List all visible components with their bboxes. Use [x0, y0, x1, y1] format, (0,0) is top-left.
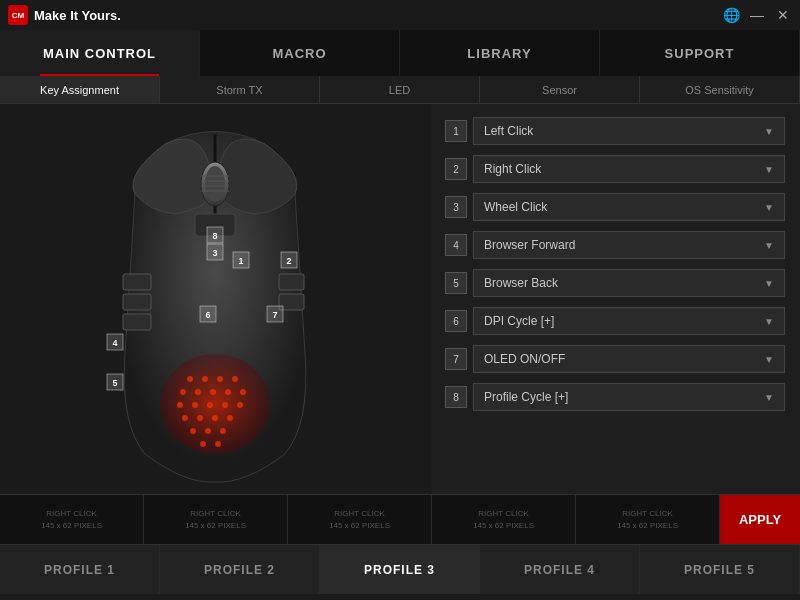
svg-point-23 — [177, 402, 183, 408]
chevron-down-icon: ▼ — [764, 240, 774, 251]
svg-point-17 — [232, 376, 238, 382]
svg-point-15 — [202, 376, 208, 382]
subtab-led[interactable]: LED — [320, 76, 480, 103]
svg-point-16 — [217, 376, 223, 382]
key-row-8: 8 Profile Cycle [+] ▼ — [445, 380, 785, 414]
svg-point-21 — [225, 389, 231, 395]
svg-text:5: 5 — [112, 378, 117, 388]
svg-point-35 — [200, 441, 206, 447]
window-controls: 🌐 — ✕ — [722, 7, 792, 23]
svg-point-19 — [195, 389, 201, 395]
tab-support[interactable]: SUPPORT — [600, 30, 800, 76]
svg-point-14 — [187, 376, 193, 382]
profile-slot-4[interactable]: RIGHT CLICK 145 x 62 PIXELS — [432, 495, 576, 544]
key-dropdown-1[interactable]: Left Click ▼ — [473, 117, 785, 145]
tab-library[interactable]: LIBRARY — [400, 30, 600, 76]
profile-slot-2[interactable]: RIGHT CLICK 145 x 62 PIXELS — [144, 495, 288, 544]
key-num-8: 8 — [445, 386, 467, 408]
content-area: 1 2 3 4 5 6 7 — [0, 104, 800, 494]
svg-point-20 — [210, 389, 216, 395]
key-num-4: 4 — [445, 234, 467, 256]
svg-text:3: 3 — [212, 248, 217, 258]
brand-title: Make It Yours. — [34, 8, 121, 23]
key-dropdown-6[interactable]: DPI Cycle [+] ▼ — [473, 307, 785, 335]
svg-text:7: 7 — [272, 310, 277, 320]
svg-rect-9 — [123, 294, 151, 310]
key-row-4: 4 Browser Forward ▼ — [445, 228, 785, 262]
title-bar: CM Make It Yours. 🌐 — ✕ — [0, 0, 800, 30]
key-num-6: 6 — [445, 310, 467, 332]
chevron-down-icon: ▼ — [764, 316, 774, 327]
svg-point-29 — [197, 415, 203, 421]
key-row-3: 3 Wheel Click ▼ — [445, 190, 785, 224]
profile-slot-1[interactable]: RIGHT CLICK 145 x 62 PIXELS — [0, 495, 144, 544]
chevron-down-icon: ▼ — [764, 202, 774, 213]
svg-text:1: 1 — [238, 256, 243, 266]
tab-main-control[interactable]: MAIN CONTROL — [0, 30, 200, 76]
svg-text:4: 4 — [112, 338, 117, 348]
main-nav: MAIN CONTROL MACRO LIBRARY SUPPORT — [0, 30, 800, 76]
sub-nav: Key Assignment Storm TX LED Sensor OS Se… — [0, 76, 800, 104]
svg-point-25 — [207, 402, 213, 408]
key-dropdown-5[interactable]: Browser Back ▼ — [473, 269, 785, 297]
svg-rect-8 — [123, 274, 151, 290]
chevron-down-icon: ▼ — [764, 126, 774, 137]
key-row-1: 1 Left Click ▼ — [445, 114, 785, 148]
svg-point-34 — [220, 428, 226, 434]
key-dropdown-8[interactable]: Profile Cycle [+] ▼ — [473, 383, 785, 411]
svg-point-30 — [212, 415, 218, 421]
svg-point-13 — [160, 354, 270, 454]
key-num-2: 2 — [445, 158, 467, 180]
bottom-bar: RIGHT CLICK 145 x 62 PIXELS RIGHT CLICK … — [0, 494, 800, 594]
svg-point-36 — [215, 441, 221, 447]
svg-point-26 — [222, 402, 228, 408]
profile-5-button[interactable]: PROFILE 5 — [640, 545, 800, 594]
key-num-7: 7 — [445, 348, 467, 370]
chevron-down-icon: ▼ — [764, 278, 774, 289]
key-row-7: 7 OLED ON/OFF ▼ — [445, 342, 785, 376]
profiles-bottom: PROFILE 1 PROFILE 2 PROFILE 3 PROFILE 4 … — [0, 544, 800, 594]
svg-text:6: 6 — [205, 310, 210, 320]
profile-slot-5[interactable]: RIGHT CLICK 145 x 62 PIXELS — [576, 495, 720, 544]
chevron-down-icon: ▼ — [764, 392, 774, 403]
subtab-key-assignment[interactable]: Key Assignment — [0, 76, 160, 103]
minimize-button[interactable]: — — [748, 7, 766, 23]
key-num-3: 3 — [445, 196, 467, 218]
chevron-down-icon: ▼ — [764, 164, 774, 175]
key-dropdown-2[interactable]: Right Click ▼ — [473, 155, 785, 183]
key-row-6: 6 DPI Cycle [+] ▼ — [445, 304, 785, 338]
svg-rect-10 — [123, 314, 151, 330]
chevron-down-icon: ▼ — [764, 354, 774, 365]
subtab-sensor[interactable]: Sensor — [480, 76, 640, 103]
svg-point-28 — [182, 415, 188, 421]
svg-point-24 — [192, 402, 198, 408]
brand-logo: CM — [8, 5, 28, 25]
svg-point-33 — [205, 428, 211, 434]
apply-button[interactable]: APPLY — [720, 495, 800, 544]
svg-point-18 — [180, 389, 186, 395]
profile-4-button[interactable]: PROFILE 4 — [480, 545, 640, 594]
close-button[interactable]: ✕ — [774, 7, 792, 23]
key-row-5: 5 Browser Back ▼ — [445, 266, 785, 300]
profile-slot-3[interactable]: RIGHT CLICK 145 x 62 PIXELS — [288, 495, 432, 544]
profiles-top: RIGHT CLICK 145 x 62 PIXELS RIGHT CLICK … — [0, 494, 800, 544]
profile-1-button[interactable]: PROFILE 1 — [0, 545, 160, 594]
subtab-os-sensitivity[interactable]: OS Sensitivity — [640, 76, 800, 103]
svg-rect-11 — [279, 274, 304, 290]
key-num-5: 5 — [445, 272, 467, 294]
profile-2-button[interactable]: PROFILE 2 — [160, 545, 320, 594]
key-dropdown-7[interactable]: OLED ON/OFF ▼ — [473, 345, 785, 373]
subtab-storm-tx[interactable]: Storm TX — [160, 76, 320, 103]
svg-point-32 — [190, 428, 196, 434]
svg-point-22 — [240, 389, 246, 395]
globe-icon[interactable]: 🌐 — [722, 7, 740, 23]
key-dropdown-4[interactable]: Browser Forward ▼ — [473, 231, 785, 259]
svg-point-27 — [237, 402, 243, 408]
key-row-2: 2 Right Click ▼ — [445, 152, 785, 186]
mouse-area: 1 2 3 4 5 6 7 — [0, 104, 430, 494]
tab-macro[interactable]: MACRO — [200, 30, 400, 76]
svg-point-2 — [205, 166, 225, 202]
profile-3-button[interactable]: PROFILE 3 — [320, 545, 480, 594]
key-dropdown-3[interactable]: Wheel Click ▼ — [473, 193, 785, 221]
brand: CM Make It Yours. — [8, 5, 121, 25]
